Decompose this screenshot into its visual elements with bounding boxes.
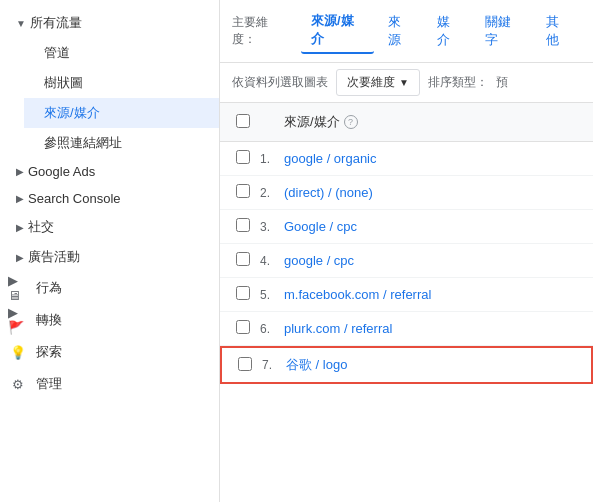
sidebar-channels-label: 管道: [44, 44, 70, 62]
sidebar-treemap-label: 樹狀圖: [44, 74, 83, 92]
row5-num: 5.: [260, 288, 284, 302]
row5-check[interactable]: [236, 286, 260, 303]
tab-other[interactable]: 其他: [536, 9, 581, 53]
row5-source: m.facebook.com / referral: [284, 287, 577, 302]
arrow-right-icon2: ▶: [16, 193, 24, 204]
row6-link[interactable]: plurk.com / referral: [284, 321, 392, 336]
sidebar-campaigns-header[interactable]: ▶ 廣告活動: [0, 242, 219, 272]
row6-source: plurk.com / referral: [284, 321, 577, 336]
conversions-icon: ▶ 🚩: [8, 310, 28, 330]
row4-checkbox[interactable]: [236, 252, 250, 266]
row1-checkbox[interactable]: [236, 150, 250, 164]
sidebar-item-admin[interactable]: ⚙ 管理: [0, 368, 219, 400]
dimension-tabs: 主要維度： 來源/媒介 來源 媒介 關鍵字 其他: [220, 0, 593, 63]
sidebar-admin-label: 管理: [36, 375, 62, 393]
row5-checkbox[interactable]: [236, 286, 250, 300]
dim-tabs-label: 主要維度：: [232, 14, 289, 48]
table-row: 6. plurk.com / referral: [220, 312, 593, 346]
secondary-dim-arrow: ▼: [399, 77, 409, 88]
row1-link[interactable]: google / organic: [284, 151, 377, 166]
tab-source-medium[interactable]: 來源/媒介: [301, 8, 374, 54]
sidebar-item-treemap[interactable]: 樹狀圖: [24, 68, 219, 98]
sidebar-behavior-label: 行為: [36, 279, 62, 297]
row7-checkbox[interactable]: [238, 357, 252, 371]
row1-num: 1.: [260, 152, 284, 166]
row7-link[interactable]: 谷歌 / logo: [286, 357, 347, 372]
table-row: 2. (direct) / (none): [220, 176, 593, 210]
sidebar-item-explore[interactable]: 💡 探索: [0, 336, 219, 368]
row2-link[interactable]: (direct) / (none): [284, 185, 373, 200]
admin-icon: ⚙: [8, 374, 28, 394]
sidebar-search-console-header[interactable]: ▶ Search Console: [0, 185, 219, 212]
sidebar-campaigns-label: 廣告活動: [28, 248, 80, 266]
sidebar-explore-label: 探索: [36, 343, 62, 361]
row3-check[interactable]: [236, 218, 260, 235]
arrow-right-icon3: ▶: [16, 222, 24, 233]
select-all-checkbox[interactable]: [236, 114, 250, 128]
row3-checkbox[interactable]: [236, 218, 250, 232]
row6-check[interactable]: [236, 320, 260, 337]
tab-medium[interactable]: 媒介: [427, 9, 472, 53]
row1-source: google / organic: [284, 151, 577, 166]
row4-link[interactable]: google / cpc: [284, 253, 354, 268]
header-source-medium: 來源/媒介 ?: [284, 113, 577, 131]
tab-source[interactable]: 來源: [378, 9, 423, 53]
sidebar-google-ads-header[interactable]: ▶ Google Ads: [0, 158, 219, 185]
main-content: 主要維度： 來源/媒介 來源 媒介 關鍵字 其他 依資料列選取圖表 次要維度 ▼…: [220, 0, 593, 502]
arrow-right-icon: ▶: [16, 166, 24, 177]
sidebar-conversions-label: 轉換: [36, 311, 62, 329]
sidebar: ▼ 所有流量 管道 樹狀圖 來源/媒介 參照連結網址 ▶ Google Ads …: [0, 0, 220, 502]
row4-num: 4.: [260, 254, 284, 268]
table-row: 5. m.facebook.com / referral: [220, 278, 593, 312]
row3-source: Google / cpc: [284, 219, 577, 234]
sidebar-social-label: 社交: [28, 218, 54, 236]
row2-source: (direct) / (none): [284, 185, 577, 200]
row4-source: google / cpc: [284, 253, 577, 268]
row1-check[interactable]: [236, 150, 260, 167]
filter-row: 依資料列選取圖表 次要維度 ▼ 排序類型： 預: [220, 63, 593, 103]
sidebar-item-conversions[interactable]: ▶ 🚩 轉換: [0, 304, 219, 336]
sidebar-item-channels[interactable]: 管道: [24, 38, 219, 68]
tab-keyword[interactable]: 關鍵字: [475, 9, 532, 53]
row3-num: 3.: [260, 220, 284, 234]
behavior-icon: ▶ 🖥: [8, 278, 28, 298]
sidebar-item-behavior[interactable]: ▶ 🖥 行為: [0, 272, 219, 304]
header-check: [236, 114, 260, 131]
sidebar-item-referrals[interactable]: 參照連結網址: [24, 128, 219, 158]
row2-num: 2.: [260, 186, 284, 200]
arrow-down-icon: ▼: [16, 18, 26, 29]
row7-num: 7.: [262, 358, 286, 372]
row7-source: 谷歌 / logo: [286, 356, 575, 374]
row6-checkbox[interactable]: [236, 320, 250, 334]
row6-num: 6.: [260, 322, 284, 336]
table-row: 1. google / organic: [220, 142, 593, 176]
arrow-right-icon4: ▶: [16, 252, 24, 263]
sort-label: 排序類型：: [428, 74, 488, 91]
table-row: 3. Google / cpc: [220, 210, 593, 244]
row7-check[interactable]: [238, 357, 262, 374]
data-table: 來源/媒介 ? 1. google / organic 2. (direct) …: [220, 103, 593, 502]
sidebar-google-ads-label: Google Ads: [28, 164, 95, 179]
row2-checkbox[interactable]: [236, 184, 250, 198]
preset-label: 預: [496, 74, 508, 91]
sidebar-all-traffic-label: 所有流量: [30, 14, 82, 32]
data-filter-label: 依資料列選取圖表: [232, 74, 328, 91]
sidebar-item-source-medium[interactable]: 來源/媒介: [24, 98, 219, 128]
row2-check[interactable]: [236, 184, 260, 201]
sidebar-search-console-label: Search Console: [28, 191, 121, 206]
row5-link[interactable]: m.facebook.com / referral: [284, 287, 431, 302]
sidebar-social-header[interactable]: ▶ 社交: [0, 212, 219, 242]
table-row-highlighted: 7. 谷歌 / logo: [220, 346, 593, 384]
sidebar-referrals-label: 參照連結網址: [44, 134, 122, 152]
row3-link[interactable]: Google / cpc: [284, 219, 357, 234]
row4-check[interactable]: [236, 252, 260, 269]
sidebar-all-traffic-header[interactable]: ▼ 所有流量: [0, 8, 219, 38]
sidebar-all-traffic-sub: 管道 樹狀圖 來源/媒介 參照連結網址: [0, 38, 219, 158]
table-header: 來源/媒介 ?: [220, 103, 593, 142]
source-medium-help-icon[interactable]: ?: [344, 115, 358, 129]
sidebar-source-medium-label: 來源/媒介: [44, 104, 100, 122]
table-row: 4. google / cpc: [220, 244, 593, 278]
explore-icon: 💡: [8, 342, 28, 362]
secondary-dim-button[interactable]: 次要維度 ▼: [336, 69, 420, 96]
